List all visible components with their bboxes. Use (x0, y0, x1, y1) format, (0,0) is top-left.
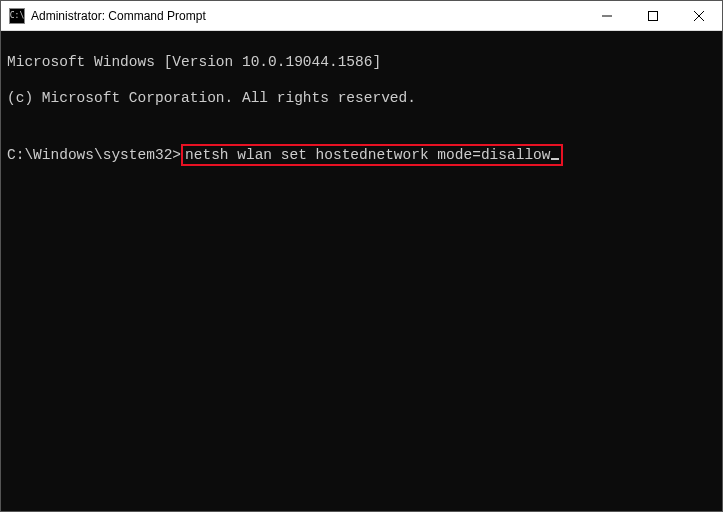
svg-rect-1 (649, 11, 658, 20)
window-titlebar[interactable]: C:\ Administrator: Command Prompt (1, 1, 722, 31)
window-title: Administrator: Command Prompt (31, 9, 206, 23)
terminal-area[interactable]: Microsoft Windows [Version 10.0.19044.15… (1, 31, 722, 511)
version-line: Microsoft Windows [Version 10.0.19044.15… (7, 53, 716, 71)
cmd-icon: C:\ (9, 8, 25, 24)
titlebar-left: C:\ Administrator: Command Prompt (1, 8, 206, 24)
cmd-icon-text: C:\ (10, 11, 24, 20)
command-line: C:\Windows\system32>netsh wlan set hoste… (7, 144, 716, 166)
window-controls (584, 1, 722, 30)
close-button[interactable] (676, 1, 722, 30)
text-cursor (551, 158, 559, 160)
prompt-text: C:\Windows\system32> (7, 147, 181, 163)
close-icon (694, 11, 704, 21)
maximize-button[interactable] (630, 1, 676, 30)
copyright-line: (c) Microsoft Corporation. All rights re… (7, 89, 716, 107)
minimize-button[interactable] (584, 1, 630, 30)
command-highlight: netsh wlan set hostednetwork mode=disall… (181, 144, 562, 166)
minimize-icon (602, 11, 612, 21)
command-text: netsh wlan set hostednetwork mode=disall… (185, 147, 550, 163)
maximize-icon (648, 11, 658, 21)
